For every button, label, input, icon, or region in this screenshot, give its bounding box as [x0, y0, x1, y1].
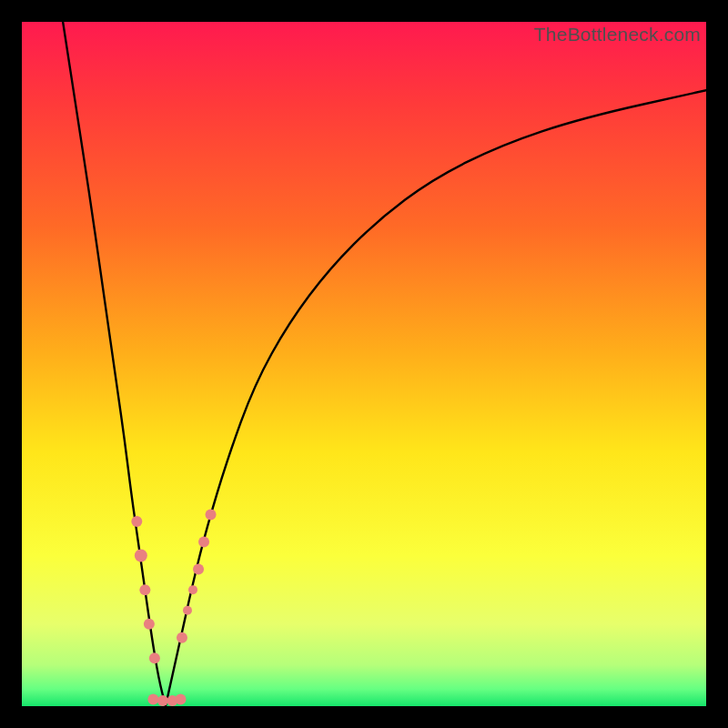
data-marker [206, 509, 217, 520]
data-markers [131, 509, 216, 706]
data-marker [149, 652, 160, 663]
data-marker [175, 693, 186, 704]
data-marker [193, 564, 204, 575]
curve-right [166, 90, 706, 706]
data-marker [147, 693, 158, 704]
chart-frame: TheBottleneck.com [0, 0, 728, 728]
data-marker [177, 632, 187, 643]
data-marker [157, 695, 168, 706]
data-marker [135, 550, 147, 562]
plot-area: TheBottleneck.com [22, 22, 706, 706]
data-marker [198, 537, 209, 548]
data-marker [144, 619, 155, 630]
curve-left [63, 22, 166, 706]
data-marker [131, 516, 142, 527]
data-marker [188, 585, 197, 594]
data-marker [183, 606, 192, 615]
data-marker [139, 584, 150, 595]
curve-layer [22, 22, 706, 706]
